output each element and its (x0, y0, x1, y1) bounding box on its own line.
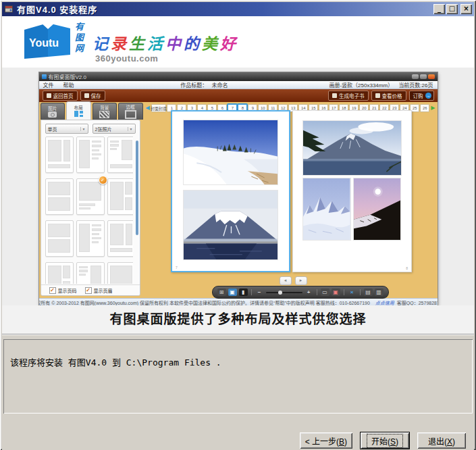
toolbar-separator (344, 289, 344, 295)
installer-icon (4, 4, 14, 14)
single-page-view-icon: ▮ (239, 289, 248, 296)
show-page-header-checkbox: ✓显示页眉 (85, 287, 113, 294)
checkbox-check-icon: ✓ (49, 287, 56, 294)
tab-photos: 图片 (41, 103, 65, 120)
app-title: 有图桌面版V2.0 (49, 73, 410, 80)
zoom-slider-thumb (278, 291, 282, 295)
layout-thumb (76, 262, 105, 284)
save-button: 保存 (80, 91, 105, 101)
app-toolbar: 返回首页 保存 生成电子书 查看价格 订购→ (39, 89, 438, 102)
layout-panel: 单页▼ 2张照片▼ ✓ ✓显示页码 ✓显示页眉 (41, 120, 140, 296)
exit-button[interactable]: 退出(X) (417, 432, 466, 449)
slogan-char: 的 (184, 34, 202, 53)
zoom-in-icon: + (305, 289, 313, 296)
app-logo-icon (42, 74, 47, 79)
panel-options: ✓显示页码 ✓显示页眉 (41, 284, 140, 295)
app-window: 有图桌面版V2.0 文件 帮助 作品标题： 未命名 画册-竖款（250x334m… (39, 72, 438, 305)
slogan-char: 活 (147, 34, 165, 53)
price-button: 查看价格 (371, 91, 406, 101)
tool-tabs: 图片布局背景边框 (41, 102, 143, 120)
prev-spread-icon: ▤ (364, 289, 373, 296)
slogan-char: 中 (165, 34, 184, 53)
price-icon (375, 93, 380, 98)
photo-count-select: 2张照片▼ (92, 124, 136, 134)
home-icon (47, 93, 51, 98)
tab-label: 图片 (48, 106, 57, 111)
texture-icon (99, 111, 109, 118)
book-canvas: 7 (146, 110, 438, 274)
install-message-box: 该程序将安装 有图V4.0 到 C:\Program Files . (3, 339, 473, 414)
slogan: 记录生活中的美好 (92, 31, 238, 54)
layout-thumb: ✓ (76, 178, 105, 215)
tab-layout: 布局 (66, 101, 91, 120)
spread-view-icon: ▣ (228, 289, 237, 296)
layout-thumb (107, 178, 133, 215)
view-toolbar: ⊞▣▮−+▭▣×▤▥ (212, 286, 389, 299)
start-button[interactable]: 开始(S) (361, 432, 409, 449)
layout-icon (74, 111, 83, 117)
photo-volcano-sea (302, 120, 402, 176)
zoom-out-icon: − (255, 289, 264, 296)
logo-header: Youtu 有图网 记录生活中的美好 360youtu.com (2, 16, 474, 68)
slogan-char: 录 (111, 34, 129, 53)
logo-vertical-text: 有图网 (72, 22, 85, 55)
tab-background: 背景 (92, 103, 117, 120)
trust-badge-label: 点点信用 (375, 299, 394, 305)
installer-bottom: 该程序将安装 有图V4.0 到 C:\Program Files . < 上一步… (2, 339, 474, 450)
book-left-page: 7 (171, 110, 290, 272)
page-number-label: 7 (176, 266, 178, 270)
menu-file: 文件 (43, 81, 54, 89)
layout-thumb (45, 262, 74, 284)
layout-thumb (76, 220, 105, 257)
order-arrow-icon: → (425, 93, 431, 99)
tab-frame: 边框 (118, 103, 143, 120)
app-content: 图片布局背景边框 ◀ 封面封底 123456789101112131415161… (39, 102, 438, 298)
app-minimize-icon (412, 74, 419, 79)
qq-contact: 客服QQ：2579828763 (397, 299, 438, 305)
minimize-button[interactable]: _ (433, 4, 445, 14)
chevron-down-icon: ▼ (80, 127, 86, 131)
next-spread-button: ▸ (295, 276, 307, 285)
titlebar[interactable]: 有图V4.0 安装程序 _ □ × (2, 2, 474, 16)
checkbox-check-icon: ✓ (85, 287, 92, 294)
selected-check-badge: ✓ (99, 176, 107, 184)
panel-scrollbar (136, 141, 138, 235)
fit-page-icon: ▭ (321, 289, 329, 296)
layout-thumb (107, 220, 133, 257)
layout-thumb (45, 178, 74, 215)
app-statusbar: 版权所有 © 2003-2012 有图网(www.360youtu.com) 保… (39, 298, 438, 305)
svg-text:Youtu: Youtu (29, 37, 59, 49)
spread-pager: ◂ ▸ (280, 276, 307, 285)
slogan-char: 记 (92, 34, 111, 53)
camera-icon (48, 111, 57, 118)
toolbar-separator (360, 289, 361, 295)
ebook-button: 生成电子书 (328, 91, 369, 101)
slogan-char: 好 (220, 34, 238, 53)
layout-thumb (45, 220, 74, 257)
photo-snow-hill (183, 120, 278, 185)
layout-thumb (76, 136, 105, 173)
tab-label: 背景 (100, 105, 109, 110)
layout-thumb (107, 136, 133, 173)
back-button[interactable]: < 上一步(B) (300, 432, 352, 449)
app-titlebar: 有图桌面版V2.0 (39, 72, 438, 81)
close-button[interactable]: × (460, 4, 472, 14)
menu-help: 帮助 (63, 81, 74, 89)
photo-mount-fuji (183, 190, 278, 260)
photo-snow-peaks (302, 178, 351, 241)
book-right-page: 8 (292, 110, 412, 272)
next-spread-icon: ▥ (375, 289, 384, 296)
home-button: 返回首页 (43, 91, 78, 101)
crop-view-icon: ▣ (332, 289, 340, 296)
app-menubar: 文件 帮助 作品标题： 未命名 画册-竖款（250x334mm） 当前页数:26… (39, 81, 438, 89)
frame-icon (125, 110, 136, 119)
app-maximize-icon (420, 74, 427, 79)
slogan-char: 美 (202, 34, 220, 53)
ebook-icon (332, 93, 337, 98)
tab-label: 边框 (126, 105, 135, 109)
maximize-button[interactable]: □ (446, 4, 458, 14)
page-number-label: 8 (406, 266, 408, 270)
photo-moon-dusk (353, 178, 402, 241)
youtu-logo-icon: Youtu (21, 21, 74, 61)
prev-spread-button: ◂ (280, 276, 292, 285)
